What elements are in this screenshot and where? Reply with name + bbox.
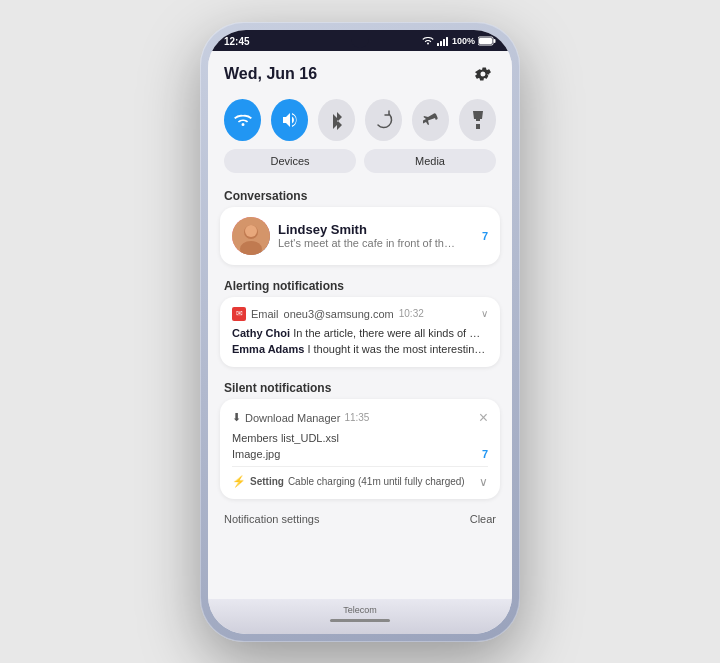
alert-app-name: Email [251,308,279,320]
alerting-label: Alerting notifications [208,273,512,297]
phone-frame: 12:45 100% [200,22,520,642]
tile-flashlight[interactable] [459,99,496,141]
file2-badge: 7 [482,448,488,460]
footer-bar: Notification settings Clear [208,507,512,531]
tab-media[interactable]: Media [364,149,496,173]
quick-tiles [208,95,512,149]
email-icon: ✉ [232,307,246,321]
download-icon: ⬇ [232,411,241,424]
alert-header: ✉ Email oneu3@samsung.com 10:32 ∨ [232,307,488,321]
svg-rect-2 [443,39,445,46]
panel-header: Wed, Jun 16 [208,51,512,95]
conversation-item: Lindsey Smith Let's meet at the cafe in … [232,217,488,255]
svg-rect-3 [446,37,448,46]
tile-bluetooth[interactable] [318,99,355,141]
alert-email: oneu3@samsung.com [284,308,394,320]
charging-app: Setting [250,476,284,487]
conversation-card[interactable]: Lindsey Smith Let's meet at the cafe in … [220,207,500,265]
panel-date: Wed, Jun 16 [224,65,317,83]
divider [232,466,488,467]
convo-text: Lindsey Smith Let's meet at the cafe in … [278,222,474,249]
media-tabs: Devices Media [208,149,512,183]
wifi-icon [422,36,434,46]
silent-close[interactable]: × [479,409,488,427]
carrier-label: Telecom [343,605,377,615]
charging-chevron: ∨ [479,475,488,489]
svg-rect-0 [437,43,439,46]
conversations-label: Conversations [208,183,512,207]
clear-btn[interactable]: Clear [470,513,496,525]
charging-row[interactable]: ⚡ Setting Cable charging (41m until full… [232,471,488,489]
svg-point-10 [245,225,257,237]
download-time: 11:35 [344,412,369,423]
tile-rotation[interactable] [365,99,402,141]
alert-app-row: ✉ Email oneu3@samsung.com 10:32 [232,307,424,321]
tile-wifi[interactable] [224,99,261,141]
alert-row-2: Emma Adams I thought it was the most int… [232,341,488,357]
convo-badge: 7 [482,230,488,242]
battery-label: 100% [452,36,475,46]
alert-row-1-text: In the article, there were all kinds of … [293,327,488,339]
alert-row-1: Cathy Choi In the article, there were al… [232,325,488,341]
convo-name: Lindsey Smith [278,222,474,237]
settings-icon[interactable] [470,61,496,87]
svg-rect-5 [494,39,496,43]
download-app: Download Manager [245,412,340,424]
lightning-icon: ⚡ [232,475,246,488]
download-row: ⬇ Download Manager 11:35 × [232,409,488,427]
silent-file1-row: Members list_UDL.xsl [232,430,488,446]
file2-name: Image.jpg [232,448,280,460]
alert-time: 10:32 [399,308,424,319]
file1-name: Members list_UDL.xsl [232,432,339,444]
tile-sound[interactable] [271,99,308,141]
alert-row-2-text: I thought it was the most interesting th… [307,343,488,355]
svg-rect-6 [479,38,492,44]
notification-settings-btn[interactable]: Notification settings [224,513,319,525]
avatar [232,217,270,255]
home-bar[interactable] [330,619,390,622]
convo-preview: Let's meet at the cafe in front of the c… [278,237,458,249]
chevron-icon: ∨ [481,308,488,319]
svg-rect-1 [440,41,442,46]
silent-file2-row: Image.jpg 7 [232,446,488,462]
home-area: Telecom [208,599,512,634]
notification-panel: Wed, Jun 16 [208,51,512,599]
silent-label: Silent notifications [208,375,512,399]
charging-text: Cable charging (41m until fully charged) [288,476,465,487]
notch [351,30,369,48]
battery-icon [478,36,496,46]
signal-icon [437,36,449,46]
status-time: 12:45 [224,36,250,47]
silent-card: ⬇ Download Manager 11:35 × Members list_… [220,399,500,499]
phone-screen: 12:45 100% [208,30,512,634]
alerting-card[interactable]: ✉ Email oneu3@samsung.com 10:32 ∨ Cathy … [220,297,500,367]
tile-airplane[interactable] [412,99,449,141]
tab-devices[interactable]: Devices [224,149,356,173]
